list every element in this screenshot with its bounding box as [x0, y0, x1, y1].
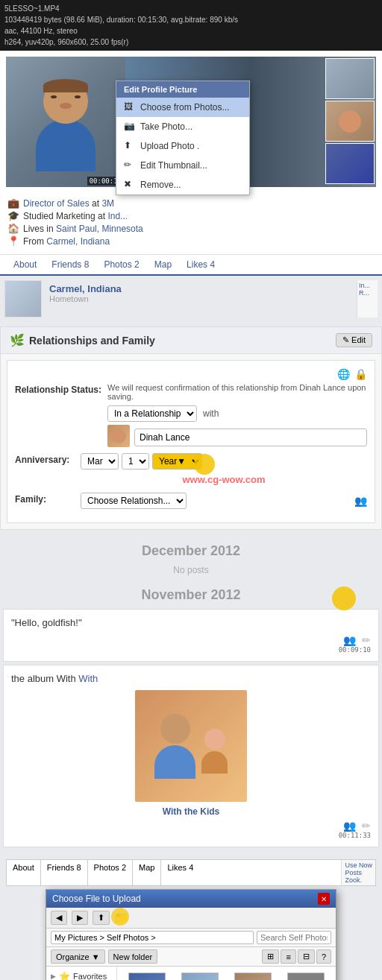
tab-likes[interactable]: Likes 4 [179, 255, 222, 276]
family-content: Choose Relationsh... 👥 [81, 493, 367, 509]
tab-friends[interactable]: Friends 8 [44, 255, 96, 276]
globe-icon: 🌐 [337, 368, 350, 380]
new-folder-button[interactable]: New folder [108, 949, 158, 964]
partner-avatar-inner [107, 425, 130, 447]
about-section: Carmel, Indiana Hometown In... R... [0, 276, 382, 322]
video-size-info: 103448419 bytes (98.66 MiB), duration: 0… [4, 14, 378, 25]
chevron-right-icon: ▶ [51, 973, 56, 980]
with-text: with [203, 408, 219, 419]
status-notice: We will request confirmation of this rel… [107, 383, 367, 401]
friends-icon[interactable]: 👥 [343, 634, 356, 646]
video-audio-info: aac, 44100 Hz, stereo [4, 25, 378, 37]
anniversary-year-select[interactable]: Year▼ [152, 453, 202, 470]
tab-likes-bottom[interactable]: Likes 4 [161, 860, 199, 885]
file-grid: web aol-1 aol-2 [117, 967, 336, 980]
nav-back-button[interactable]: ◀ [51, 911, 67, 925]
profile-photo[interactable]: 00:00:13 [6, 57, 125, 187]
relationship-status-select[interactable]: In a Relationship Single Married Engaged… [107, 405, 197, 422]
dialog-title: Choose File to Upload [52, 894, 141, 904]
file-aol3[interactable]: aol-3 [281, 971, 331, 980]
location-icon: 🏠 [7, 223, 19, 234]
tab-friends-bottom[interactable]: Friends 8 [41, 860, 88, 885]
view-btn-2[interactable]: ≡ [281, 949, 295, 964]
post-kids-caption: With the Kids [11, 806, 371, 817]
no-posts-dec: No posts [3, 562, 379, 581]
tab-about-bottom[interactable]: About [7, 860, 41, 885]
post-hello-goldfish: "Hello, goldfish!" 👥 ✏ 00:09:10 [3, 609, 379, 662]
anniversary-month-select[interactable]: Mar [81, 453, 119, 470]
post-actions-kids: 👥 ✏ [11, 820, 371, 832]
tab-bar: About Friends 8 Photos 2 Map Likes 4 [0, 255, 382, 276]
menu-item-remove[interactable]: ✖ Remove... [116, 175, 249, 195]
menu-item-edit-thumbnail[interactable]: ✏ Edit Thumbnail... [116, 156, 249, 175]
month-header-dec: December 2012 [3, 537, 379, 562]
timeline-section: December 2012 No posts November 2012 "He… [0, 534, 382, 853]
partner-name-input[interactable] [134, 429, 367, 446]
tab-photos[interactable]: Photos 2 [96, 255, 146, 276]
relationship-status-row: Relationship Status: We will request con… [15, 383, 367, 447]
profile-area: 00:00:13 Edit Profile Picture 🖼 Choose f… [0, 51, 382, 193]
menu-item-upload-photo[interactable]: ⬆ Upload Photo . [116, 136, 249, 156]
profile-info: 💼 Director of Sales at 3M 🎓 Studied Mark… [0, 193, 382, 255]
month-header-nov: November 2012 [3, 581, 379, 606]
edit-icon[interactable]: ✏ [362, 634, 371, 646]
status-content: We will request confirmation of this rel… [107, 383, 367, 447]
album-link[interactable]: With [78, 673, 98, 684]
post-actions-goldfish: 👥 ✏ [11, 634, 371, 646]
context-menu: Edit Profile Picture 🖼 Choose from Photo… [116, 80, 250, 195]
relationships-edit-button[interactable]: ✎ Edit [336, 333, 372, 347]
folder-favorites[interactable]: ▶ ⭐ Favorites [46, 970, 116, 980]
friends-icon-2[interactable]: 👥 [343, 820, 356, 832]
menu-item-take-photo[interactable]: 📷 Take Photo... [116, 117, 249, 136]
right-panel-partial: In... R... [357, 280, 378, 317]
menu-item-choose-photos[interactable]: 🖼 Choose from Photos... [116, 98, 249, 117]
tab-photos-bottom[interactable]: Photos 2 [88, 860, 133, 885]
dialog-titlebar: Choose File to Upload ✕ [46, 890, 336, 908]
dialog-close-button[interactable]: ✕ [318, 893, 330, 905]
person2 [201, 729, 228, 779]
hometown-info: Carmel, Indiana Hometown [42, 280, 129, 317]
organize-button[interactable]: Organize ▼ [51, 949, 105, 964]
hometown-icon: 📍 [7, 235, 19, 247]
family-relationship-select[interactable]: Choose Relationsh... [81, 493, 187, 509]
view-btn-3[interactable]: ⊟ [298, 949, 315, 964]
hometown-city: Carmel, Indiana [49, 283, 122, 294]
address-bar [46, 929, 336, 947]
file-aol2[interactable]: aol-2 [228, 971, 278, 980]
profile-location: 🏠 Lives in Saint Paul, Minnesota [7, 223, 375, 234]
profile-hometown: 📍 From Carmel, Indiana [7, 235, 375, 247]
relationship-form: 🌐 🔒 Relationship Status: We will request… [7, 360, 375, 523]
anniversary-day-select[interactable]: 1 [122, 453, 149, 470]
nav-up-button[interactable]: ⬆ [93, 911, 110, 925]
relationships-section: 🌿 Relationships and Family ✎ Edit 🌐 🔒 Re… [0, 326, 382, 530]
tab-about[interactable]: About [6, 255, 44, 276]
video-video-info: h264, yuv420p, 960x600, 25.00 fps(r) [4, 37, 378, 48]
tab-map[interactable]: Map [147, 255, 179, 276]
partner-avatar [107, 425, 130, 447]
anniversary-row: Anniversary: Mar 1 Year▼ [15, 453, 367, 487]
video-info-bar: 5LESSO~1.MP4 103448419 bytes (98.66 MiB)… [0, 0, 382, 51]
cover-thumb-2 [325, 101, 375, 142]
file-web[interactable]: web [122, 971, 172, 980]
profile-head [43, 79, 88, 124]
folder-tree: ▶ ⭐ Favorites ▶ 🖥 Desktop ▶ 📁 Downloads … [46, 967, 117, 980]
file-thumb-aol1 [181, 973, 219, 980]
address-input[interactable] [51, 931, 254, 944]
view-help-btn[interactable]: ? [316, 949, 331, 964]
watermark: www.cg-wow.com [81, 472, 367, 487]
edit-icon-2[interactable]: ✏ [362, 820, 371, 832]
file-thumb-aol2 [234, 973, 272, 980]
profile-education: 🎓 Studied Marketing at Ind... [7, 210, 375, 221]
view-btn-1[interactable]: ⊞ [262, 949, 279, 964]
cover-thumb-3 [325, 143, 375, 184]
search-input[interactable] [257, 931, 331, 944]
file-aol1[interactable]: aol-1 [175, 971, 225, 980]
anniversary-content: Mar 1 Year▼ www.cg-wow.com [81, 453, 367, 487]
photos-icon: 🖼 [124, 101, 136, 113]
context-menu-header: Edit Profile Picture [116, 81, 249, 98]
file-thumb-aol3 [287, 973, 325, 980]
tab-map-bottom[interactable]: Map [133, 860, 161, 885]
post-album-text: the album With With [11, 673, 371, 684]
folder-icon-favorites: ⭐ [59, 971, 70, 980]
nav-forward-button[interactable]: ▶ [72, 911, 88, 925]
